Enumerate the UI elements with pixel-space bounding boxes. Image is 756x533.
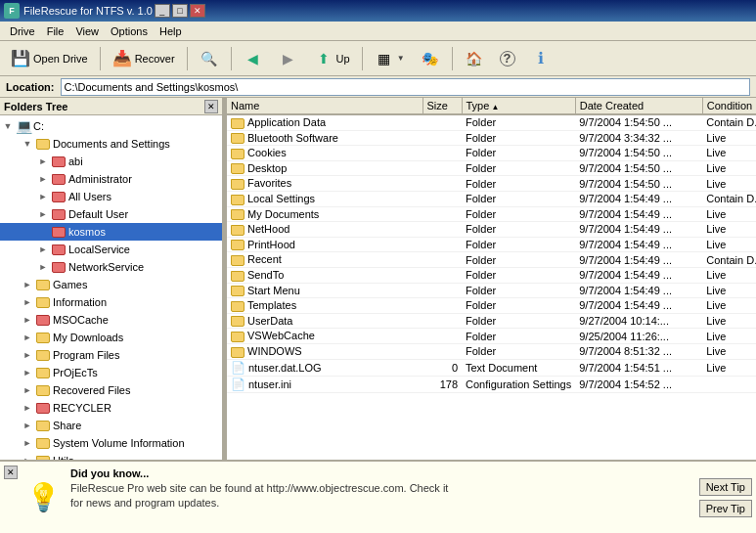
folder-icon-8 — [231, 240, 245, 250]
table-row-15[interactable]: WINDOWSFolder9/7/2004 8:51:32 ...Live — [227, 343, 756, 359]
tree-item-18[interactable]: ► Utils — [0, 452, 222, 460]
tree-item-root[interactable]: ▼ 💻 C: — [0, 117, 222, 135]
info-button[interactable] — [524, 45, 557, 72]
col-header-type[interactable]: Type — [462, 98, 575, 114]
tree-item-5[interactable]: kosmos — [0, 223, 222, 241]
table-row-0[interactable]: Application DataFolder9/7/2004 1:54:50 .… — [227, 114, 756, 130]
expander-5 — [35, 224, 51, 240]
expander-12[interactable]: ► — [20, 347, 35, 363]
expander-7[interactable]: ► — [35, 259, 51, 275]
menu-item-help[interactable]: Help — [154, 24, 188, 38]
expander-2[interactable]: ► — [35, 171, 51, 187]
expander-6[interactable]: ► — [35, 242, 51, 257]
expander-18[interactable]: ► — [20, 453, 35, 460]
tree-item-16[interactable]: ► Share — [0, 417, 222, 434]
minimize-button[interactable]: _ — [155, 4, 170, 18]
table-row-13[interactable]: UserDataFolder9/27/2004 10:14:...Live — [227, 313, 756, 329]
col-header-size[interactable]: Size — [422, 98, 462, 114]
table-row-1[interactable]: Bluetooth SoftwareFolder9/7/2004 3:34:32… — [227, 130, 756, 146]
col-header-date-created[interactable]: Date Created — [575, 98, 702, 114]
expander-4[interactable]: ► — [35, 206, 51, 222]
cell-date-2: 9/7/2004 1:54:50 ... — [575, 146, 702, 161]
table-row-2[interactable]: CookiesFolder9/7/2004 1:54:50 ...Live — [227, 146, 756, 161]
home-button[interactable] — [458, 45, 491, 72]
file-label-12: Templates — [247, 299, 296, 311]
folder-icon-8 — [35, 278, 51, 291]
open-drive-button[interactable]: Open Drive — [4, 45, 95, 72]
search-button[interactable] — [193, 45, 226, 72]
table-row-16[interactable]: 📄ntuser.dat.LOG0Text Document9/7/2004 1:… — [227, 359, 756, 376]
table-row-9[interactable]: RecentFolder9/7/2004 1:54:49 ...Contain … — [227, 252, 756, 268]
tree-item-12[interactable]: ► Program Files — [0, 346, 222, 364]
folder-icon-4 — [231, 179, 245, 190]
cell-condition-15: Live — [702, 343, 756, 359]
help-button[interactable]: ? — [493, 45, 522, 72]
tree-item-9[interactable]: ► Information — [0, 293, 222, 311]
table-row-17[interactable]: 📄ntuser.ini178Configuration Settings9/7/… — [227, 376, 756, 392]
folders-tree[interactable]: ▼ 💻 C: ▼ Documents and Settings ► abi ► — [0, 115, 222, 460]
col-header-name[interactable]: Name — [227, 98, 422, 114]
address-input[interactable] — [61, 78, 751, 96]
filter-button[interactable] — [414, 45, 447, 72]
tree-item-1[interactable]: ► abi — [0, 153, 222, 170]
table-row-7[interactable]: NetHoodFolder9/7/2004 1:54:49 ...Live — [227, 222, 756, 238]
tree-item-8[interactable]: ► Games — [0, 276, 222, 293]
menu-item-view[interactable]: View — [69, 24, 105, 38]
table-row-10[interactable]: SendToFolder9/7/2004 1:54:49 ...Live — [227, 267, 756, 283]
recover-button[interactable]: Recover — [106, 45, 182, 72]
up-button[interactable]: Up — [307, 45, 357, 72]
table-row-11[interactable]: Start MenuFolder9/7/2004 1:54:49 ...Live — [227, 283, 756, 298]
expander-3[interactable]: ► — [35, 189, 51, 204]
expander-1[interactable]: ► — [35, 154, 51, 169]
menu-item-drive[interactable]: Drive — [4, 24, 41, 38]
expander-11[interactable]: ► — [20, 330, 35, 345]
table-row-3[interactable]: DesktopFolder9/7/2004 1:54:50 ...Live — [227, 160, 756, 176]
cell-name-11: Start Menu — [227, 283, 422, 298]
tree-item-15[interactable]: ► RECYCLER — [0, 399, 222, 417]
expander-9[interactable]: ► — [20, 294, 35, 310]
back-button[interactable] — [237, 45, 270, 72]
cell-date-7: 9/7/2004 1:54:49 ... — [575, 222, 702, 238]
expander-15[interactable]: ► — [20, 400, 35, 416]
tree-item-13[interactable]: ► PrOjEcTs — [0, 364, 222, 381]
table-row-4[interactable]: FavoritesFolder9/7/2004 1:54:50 ...Live — [227, 176, 756, 192]
prev-tip-button[interactable]: Prev Tip — [699, 500, 752, 517]
expander-0[interactable]: ▼ — [20, 136, 35, 152]
col-label: Type — [467, 100, 490, 111]
menu-item-options[interactable]: Options — [105, 24, 154, 38]
tree-item-4[interactable]: ► Default User — [0, 205, 222, 223]
tree-item-0[interactable]: ▼ Documents and Settings — [0, 135, 222, 153]
cell-name-15: WINDOWS — [227, 343, 422, 359]
next-tip-button[interactable]: Next Tip — [699, 478, 752, 496]
expander-8[interactable]: ► — [20, 277, 35, 292]
tree-item-6[interactable]: ► LocalService — [0, 241, 222, 258]
view-button[interactable]: ▼ — [368, 45, 412, 72]
table-row-12[interactable]: TemplatesFolder9/7/2004 1:54:49 ...Live — [227, 298, 756, 314]
table-row-6[interactable]: My DocumentsFolder9/7/2004 1:54:49 ...Li… — [227, 206, 756, 222]
tree-item-11[interactable]: ► My Downloads — [0, 329, 222, 346]
cell-condition-0: Contain D. — [702, 114, 756, 130]
tree-item-17[interactable]: ► System Volume Information — [0, 434, 222, 452]
expander-17[interactable]: ► — [20, 435, 35, 451]
tree-item-7[interactable]: ► NetworkService — [0, 258, 222, 276]
table-row-8[interactable]: PrintHoodFolder9/7/2004 1:54:49 ...Live — [227, 237, 756, 252]
files-table-container[interactable]: NameSizeTypeDate CreatedCondition Applic… — [227, 98, 756, 460]
expander-16[interactable]: ► — [20, 418, 35, 433]
table-row-5[interactable]: Local SettingsFolder9/7/2004 1:54:49 ...… — [227, 191, 756, 206]
maximize-button[interactable]: □ — [172, 4, 188, 18]
expander-10[interactable]: ► — [20, 312, 35, 328]
cell-size-8 — [422, 237, 462, 252]
close-button[interactable]: ✕ — [190, 4, 205, 18]
tree-item-3[interactable]: ► All Users — [0, 188, 222, 205]
tree-item-2[interactable]: ► Administrator — [0, 170, 222, 188]
col-header-condition[interactable]: Condition — [702, 98, 756, 114]
tree-item-14[interactable]: ► Recovered Files — [0, 381, 222, 399]
table-row-14[interactable]: VSWebCacheFolder9/25/2004 11:26:...Live — [227, 329, 756, 344]
expander-14[interactable]: ► — [20, 382, 35, 398]
menu-item-file[interactable]: File — [41, 24, 70, 38]
folders-close-button[interactable]: ✕ — [204, 100, 218, 113]
forward-button[interactable] — [272, 45, 305, 72]
tree-item-10[interactable]: ► MSOCache — [0, 311, 222, 329]
expander-13[interactable]: ► — [20, 365, 35, 380]
tip-close-button[interactable]: ✕ — [4, 466, 18, 479]
